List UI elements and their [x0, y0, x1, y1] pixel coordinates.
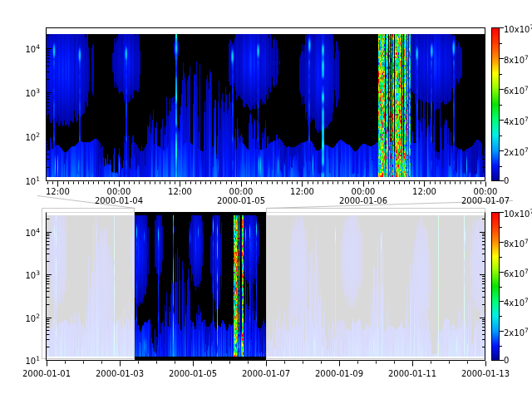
detail-panel-plot-area [46, 27, 485, 181]
context-colorbar [491, 212, 500, 361]
context-highlight-window [135, 212, 266, 361]
spectrogram-figure: 12:0000:002000-01-0412:0000:002000-01-05… [0, 0, 532, 399]
detail-colorbar [491, 27, 500, 181]
